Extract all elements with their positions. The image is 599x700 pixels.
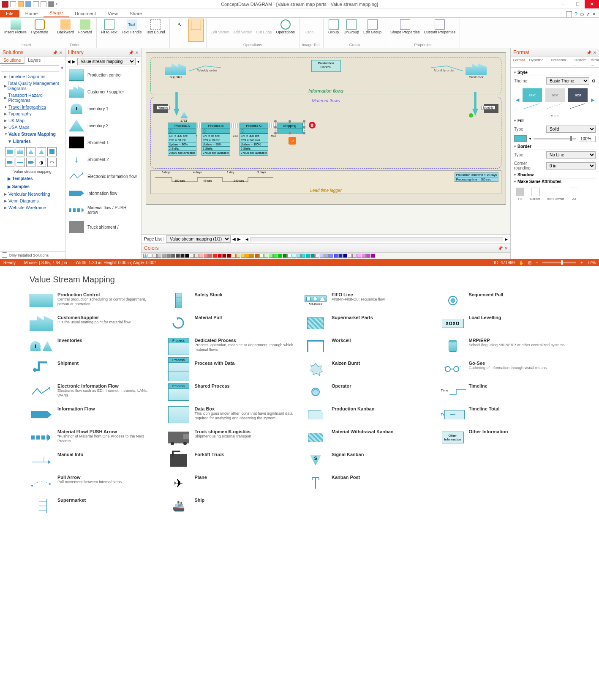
data-box-c[interactable]: C/T = 300 secC/O = 240 minUptime = 100%2… — [240, 134, 268, 156]
lib-item-inventory1[interactable]: IInventory 1 — [65, 100, 141, 117]
shadow-heading[interactable]: Shadow — [514, 172, 596, 178]
same-fill-button[interactable]: Fill — [516, 188, 524, 201]
diagram[interactable]: Production Control Supplier Customer Wee… — [146, 52, 506, 205]
close-panel-icon[interactable]: ✕ — [504, 246, 508, 251]
lib-fwd-icon[interactable]: ▶ — [72, 59, 76, 64]
fit-to-text-button[interactable]: Fit to Text — [99, 19, 119, 42]
theme-swatch[interactable]: Text — [568, 88, 588, 102]
close-panel-icon[interactable]: ✕ — [59, 50, 63, 55]
color-swatch[interactable] — [292, 254, 296, 258]
same-all-button[interactable]: All — [570, 188, 578, 201]
color-swatch[interactable] — [199, 254, 203, 258]
color-swatch[interactable] — [357, 254, 361, 258]
forward-button[interactable]: Forward — [76, 19, 94, 42]
tree-item[interactable]: ▶Typography — [2, 110, 63, 117]
lib-item-shipment2[interactable]: ↓Shipment 2 — [65, 151, 141, 168]
hand-icon[interactable]: ✋ — [519, 260, 524, 265]
tree-item[interactable]: ▶Website Wireframe — [2, 204, 63, 211]
tab-share[interactable]: Share — [124, 10, 148, 17]
color-swatch[interactable] — [222, 254, 226, 258]
color-swatch[interactable] — [273, 254, 278, 258]
shape-properties-button[interactable]: Shape Properties — [389, 19, 422, 42]
tree-item[interactable]: ▶USA Maps — [2, 124, 63, 131]
palette-cell[interactable] — [16, 147, 25, 156]
theme-swatch[interactable]: Text — [545, 88, 565, 102]
horizontal-scrollbar[interactable] — [250, 237, 503, 241]
color-swatch[interactable] — [278, 254, 282, 258]
page-select[interactable]: Value stream mapping (1/1) — [166, 235, 231, 243]
samples-heading[interactable]: ▶ Samples — [2, 183, 63, 191]
color-palette[interactable]: 💧 — [142, 253, 510, 259]
tree-item[interactable]: ▶UK Map — [2, 117, 63, 124]
fill-type-select[interactable]: Solid — [546, 126, 596, 133]
backward-button[interactable]: Backward — [56, 19, 76, 42]
pin-icon[interactable]: 📌 — [128, 50, 133, 55]
close-panel-icon[interactable]: ✕ — [135, 50, 139, 55]
tree-item-selected[interactable]: ▼Value Stream Mapping — [2, 131, 63, 137]
color-swatch[interactable] — [362, 254, 366, 258]
palette-cell[interactable] — [26, 147, 35, 156]
color-swatch[interactable] — [315, 254, 319, 258]
data-box-b[interactable]: C/T = 45 secC/O = 10 minUptime = 90%2 Sh… — [201, 134, 230, 156]
fmt-tab-arrange[interactable]: Arrange ... — [589, 57, 599, 67]
theme-select[interactable]: Basic Theme — [546, 77, 589, 85]
tree-item[interactable]: ▶Timeline Diagrams — [2, 73, 63, 80]
pin-icon[interactable]: 📌 — [52, 50, 57, 55]
color-swatch[interactable] — [218, 254, 222, 258]
maximize-button[interactable]: ☐ — [570, 0, 585, 8]
color-swatch[interactable] — [208, 254, 212, 258]
library-select[interactable]: Value stream mapping — [77, 58, 136, 65]
supplier-shape[interactable]: Supplier — [165, 63, 186, 79]
theme-prev-icon[interactable]: ◀ — [516, 97, 519, 103]
fmt-tab-format[interactable]: Format — [511, 57, 527, 67]
corner-select[interactable]: 0 in — [546, 162, 596, 170]
color-swatch[interactable] — [334, 254, 338, 258]
tab-file[interactable]: File — [0, 10, 19, 17]
color-swatch[interactable] — [176, 254, 180, 258]
tab-view[interactable]: View — [102, 10, 124, 17]
palette-cell[interactable] — [16, 158, 25, 167]
zoom-out-icon[interactable]: − — [536, 260, 538, 265]
inventory-icon[interactable] — [180, 112, 188, 118]
selection-handles[interactable] — [275, 121, 305, 134]
customer-shape[interactable]: Customer — [466, 63, 487, 79]
color-swatch[interactable] — [306, 254, 310, 258]
color-swatch[interactable] — [190, 254, 194, 258]
color-swatch[interactable] — [283, 254, 287, 258]
color-swatch[interactable] — [185, 254, 189, 258]
pin-icon[interactable]: 📌 — [498, 246, 503, 251]
fill-color-button[interactable] — [514, 135, 527, 142]
qat-print-icon[interactable] — [48, 1, 54, 7]
qat-open-icon[interactable] — [18, 1, 24, 7]
tab-shape[interactable]: Shape — [44, 9, 69, 17]
tab-layers[interactable]: Layers — [25, 57, 44, 64]
prev-page-icon[interactable]: ◀ — [232, 237, 236, 241]
fill-heading[interactable]: Fill — [514, 118, 596, 124]
color-swatch[interactable] — [352, 254, 357, 258]
color-swatch[interactable] — [343, 254, 347, 258]
lib-back-icon[interactable]: ◀ — [67, 59, 71, 64]
text-handle-button[interactable]: TextText Handle — [120, 19, 144, 42]
color-swatch[interactable] — [255, 254, 259, 258]
run-around-objects-button[interactable] — [188, 19, 204, 42]
minimize-button[interactable]: ─ — [556, 0, 570, 8]
lib-item-electronic-info[interactable]: Electronic information flow — [65, 168, 141, 185]
color-swatch[interactable] — [236, 254, 240, 258]
border-type-select[interactable]: No Line — [546, 151, 596, 159]
style-heading[interactable]: Style — [514, 69, 596, 76]
gear-icon[interactable]: ⚙ — [592, 79, 596, 83]
templates-heading[interactable]: ▶ Templates — [2, 175, 63, 183]
canvas[interactable]: Production Control Supplier Customer Wee… — [142, 48, 510, 234]
tab-document[interactable]: Document — [69, 10, 102, 17]
help-icon[interactable]: ? — [574, 11, 577, 17]
only-installed-checkbox[interactable] — [2, 252, 7, 258]
color-swatch[interactable] — [371, 254, 375, 258]
opacity-slider[interactable] — [534, 138, 576, 139]
color-swatch[interactable] — [366, 254, 370, 258]
palette-cell[interactable] — [47, 147, 57, 156]
color-swatch[interactable] — [157, 254, 161, 258]
color-swatch[interactable] — [245, 254, 250, 258]
fmt-tab-presentation[interactable]: Presenta... — [549, 57, 572, 67]
eyedropper-icon[interactable]: 💧 — [143, 254, 147, 258]
solutions-search-input[interactable] — [1, 65, 59, 71]
